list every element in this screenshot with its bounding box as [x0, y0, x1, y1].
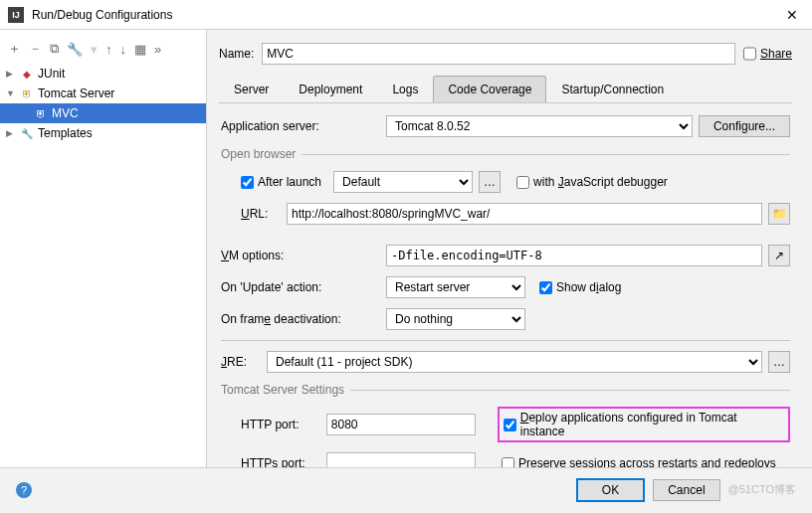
- update-action-select[interactable]: Restart server: [386, 276, 525, 298]
- caret-right-icon: ▶: [6, 69, 16, 79]
- tree-label: MVC: [52, 106, 79, 120]
- https-port-label: HTTPs port:: [241, 456, 320, 467]
- main-area: ＋ － ⧉ 🔧 ▾ ↑ ↓ ▦ » ▶ ◆ JUnit ▼ ⛨ Tomcat S…: [0, 30, 812, 467]
- share-checkbox[interactable]: Share: [743, 42, 792, 66]
- tab-deployment[interactable]: Deployment: [284, 76, 377, 102]
- name-input[interactable]: [262, 43, 735, 65]
- expand-icon[interactable]: ↗: [768, 245, 790, 266]
- remove-icon[interactable]: －: [29, 40, 42, 58]
- tree-item-templates[interactable]: ▶ 🔧 Templates: [0, 123, 206, 143]
- deploy-apps-check[interactable]: Deploy applications configured in Tomcat…: [504, 411, 784, 438]
- help-icon[interactable]: ?: [16, 482, 32, 498]
- vm-options-input[interactable]: [386, 245, 762, 266]
- sidebar-toolbar: ＋ － ⧉ 🔧 ▾ ↑ ↓ ▦ »: [0, 34, 206, 64]
- caret-right-icon: ▶: [6, 128, 16, 138]
- tomcat-settings-group: Tomcat Server Settings HTTP port: Deploy…: [221, 383, 790, 467]
- templates-icon: 🔧: [20, 126, 34, 140]
- browser-select[interactable]: Default: [333, 171, 473, 193]
- footer: ? OK Cancel @51CTO博客: [0, 467, 812, 511]
- add-icon[interactable]: ＋: [8, 40, 21, 58]
- watermark: @51CTO博客: [728, 482, 796, 497]
- https-port-input[interactable]: [326, 452, 476, 467]
- open-browser-legend: Open browser: [221, 147, 302, 161]
- url-browse-icon[interactable]: 📁: [768, 203, 790, 225]
- close-icon[interactable]: ✕: [780, 7, 804, 23]
- folder-icon[interactable]: ▦: [134, 42, 146, 57]
- after-launch-check[interactable]: After launch: [241, 175, 321, 189]
- copy-icon[interactable]: ⧉: [50, 41, 59, 57]
- tree-item-mvc[interactable]: ⛨ MVC: [0, 103, 206, 123]
- tab-coverage[interactable]: Code Coverage: [433, 76, 546, 102]
- vm-label: VM options:: [221, 249, 380, 262]
- app-server-select[interactable]: Tomcat 8.0.52: [386, 115, 693, 137]
- update-label: On 'Update' action:: [221, 280, 380, 294]
- tomcat-settings-legend: Tomcat Server Settings: [221, 383, 350, 397]
- config-tree: ▶ ◆ JUnit ▼ ⛨ Tomcat Server ⛨ MVC ▶ 🔧 Te…: [0, 64, 206, 467]
- share-check[interactable]: [743, 42, 756, 66]
- url-label: URL:: [241, 207, 281, 221]
- frame-label: On frame deactivation:: [221, 312, 380, 326]
- tree-item-tomcat[interactable]: ▼ ⛨ Tomcat Server: [0, 84, 206, 103]
- ok-button[interactable]: OK: [576, 478, 645, 502]
- tree-label: Tomcat Server: [38, 86, 114, 100]
- tab-logs[interactable]: Logs: [377, 76, 433, 102]
- show-dialog-check[interactable]: Show dialog: [539, 280, 621, 294]
- configure-button[interactable]: Configure...: [699, 115, 790, 137]
- tree-item-junit[interactable]: ▶ ◆ JUnit: [0, 64, 206, 84]
- tab-server[interactable]: Server: [219, 76, 284, 102]
- content-panel: Name: Share Server Deployment Logs Code …: [207, 30, 812, 467]
- collapse-icon[interactable]: »: [154, 42, 161, 57]
- deploy-highlight: Deploy applications configured in Tomcat…: [498, 407, 790, 442]
- cancel-button[interactable]: Cancel: [653, 479, 719, 501]
- tab-startup[interactable]: Startup/Connection: [546, 76, 679, 102]
- junit-icon: ◆: [20, 67, 34, 81]
- wrench-icon[interactable]: 🔧: [67, 42, 83, 57]
- tomcat-icon: ⛨: [34, 106, 48, 120]
- app-server-label: Application server:: [221, 119, 380, 133]
- http-port-input[interactable]: [326, 414, 476, 435]
- tree-label: JUnit: [38, 67, 65, 81]
- tree-label: Templates: [38, 126, 93, 140]
- sidebar: ＋ － ⧉ 🔧 ▾ ↑ ↓ ▦ » ▶ ◆ JUnit ▼ ⛨ Tomcat S…: [0, 30, 207, 467]
- jre-select[interactable]: Default (11 - project SDK): [267, 351, 762, 373]
- http-port-label: HTTP port:: [241, 418, 320, 431]
- url-input[interactable]: [287, 203, 762, 225]
- tab-bar: Server Deployment Logs Code Coverage Sta…: [219, 76, 792, 103]
- separator: ▾: [91, 42, 98, 57]
- frame-action-select[interactable]: Do nothing: [386, 308, 525, 330]
- window-title: Run/Debug Configurations: [32, 8, 780, 22]
- preserve-sessions-check[interactable]: Preserve sessions across restarts and re…: [502, 456, 776, 467]
- down-icon[interactable]: ↓: [120, 42, 127, 57]
- js-debugger-check[interactable]: with JavaScript debugger: [516, 175, 668, 189]
- app-icon: IJ: [8, 7, 24, 23]
- up-icon[interactable]: ↑: [105, 42, 112, 57]
- jre-label: JRE:: [221, 355, 261, 369]
- open-browser-group: Open browser After launch Default … with…: [221, 147, 790, 239]
- server-panel: Application server: Tomcat 8.0.52 Config…: [219, 103, 792, 467]
- caret-down-icon: ▼: [6, 88, 16, 98]
- name-label: Name:: [219, 47, 254, 61]
- jre-more-button[interactable]: …: [768, 351, 790, 373]
- tomcat-icon: ⛨: [20, 86, 34, 100]
- title-bar: IJ Run/Debug Configurations ✕: [0, 0, 812, 30]
- browser-more-button[interactable]: …: [479, 171, 501, 193]
